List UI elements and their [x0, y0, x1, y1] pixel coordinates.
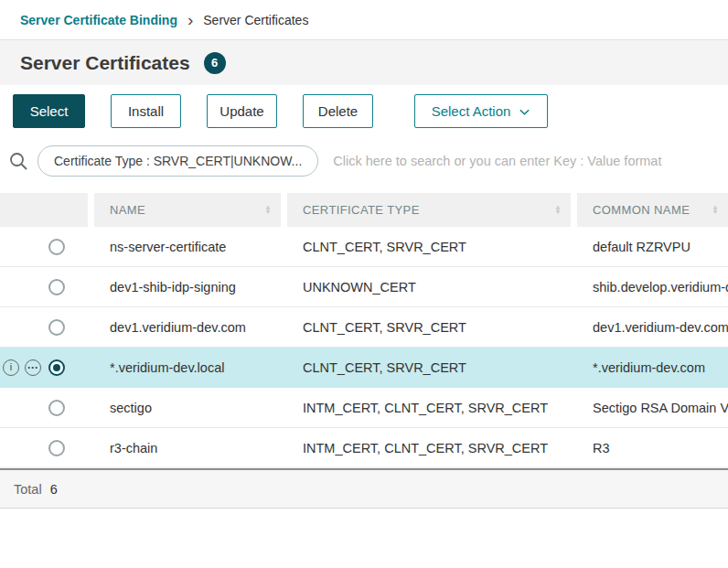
- table-row[interactable]: i ··· dev1.veridium-dev.com CLNT_CERT, S…: [0, 307, 728, 348]
- search-bar: Certificate Type : SRVR_CERT|UNKNOW... C…: [0, 136, 728, 186]
- cell-name: ns-server-certificate: [94, 240, 281, 254]
- cell-certificate-type: CLNT_CERT, SRVR_CERT: [287, 320, 571, 335]
- page-title: Server Certificates: [20, 52, 190, 74]
- cell-certificate-type: INTM_CERT, CLNT_CERT, SRVR_CERT: [287, 401, 571, 415]
- table-header: NAME ▲▼ CERTIFICATE TYPE ▲▼ COMMON NAME …: [0, 193, 728, 227]
- row-radio[interactable]: [48, 319, 65, 336]
- sort-icon[interactable]: ▲▼: [712, 206, 719, 214]
- filter-chip-certificate-type[interactable]: Certificate Type : SRVR_CERT|UNKNOW...: [37, 145, 318, 177]
- row-select-cell: i ···: [0, 227, 88, 266]
- cell-name: r3-chain: [94, 441, 281, 455]
- update-button[interactable]: Update: [207, 94, 277, 128]
- table-row[interactable]: i ··· sectigo INTM_CERT, CLNT_CERT, SRVR…: [0, 388, 728, 428]
- row-radio[interactable]: [48, 239, 65, 255]
- header-cell-name[interactable]: NAME ▲▼: [94, 193, 281, 227]
- row-select-cell: i ···: [0, 307, 88, 347]
- cell-common-name: Sectigo RSA Domain Va: [577, 401, 728, 415]
- page-header: Server Certificates 6: [0, 40, 728, 85]
- header-cell-select: [0, 193, 88, 227]
- row-select-cell: i ···: [0, 388, 88, 427]
- header-cell-common-name[interactable]: COMMON NAME ▲▼: [577, 193, 728, 227]
- install-button[interactable]: Install: [111, 94, 181, 128]
- table-body: i ··· ns-server-certificate CLNT_CERT, S…: [0, 227, 728, 468]
- table-row[interactable]: i ··· r3-chain INTM_CERT, CLNT_CERT, SRV…: [0, 428, 728, 468]
- table-footer: Total 6: [0, 468, 728, 509]
- select-button[interactable]: Select: [13, 94, 85, 128]
- toolbar: Select Install Update Delete Select Acti…: [0, 85, 728, 136]
- row-radio[interactable]: [48, 400, 65, 416]
- search-icon[interactable]: [7, 150, 29, 172]
- row-radio[interactable]: [48, 359, 65, 376]
- header-cell-certificate-type[interactable]: CERTIFICATE TYPE ▲▼: [287, 193, 571, 227]
- total-label: Total: [14, 482, 42, 497]
- cell-certificate-type: UNKNOWN_CERT: [287, 280, 571, 295]
- table-row[interactable]: i ··· dev1-shib-idp-signing UNKNOWN_CERT…: [0, 267, 728, 307]
- cell-name: dev1-shib-idp-signing: [94, 280, 281, 295]
- cell-name: sectigo: [94, 401, 281, 415]
- row-hover-icons: i ···: [3, 359, 41, 376]
- select-action-dropdown[interactable]: Select Action: [414, 94, 548, 128]
- sort-icon[interactable]: ▲▼: [264, 206, 272, 214]
- cell-common-name: R3: [577, 441, 728, 455]
- row-select-cell: i ···: [0, 428, 88, 467]
- cell-common-name: dev1.veridium-dev.com: [577, 320, 728, 335]
- sort-icon[interactable]: ▲▼: [554, 206, 562, 214]
- breadcrumb-parent-link[interactable]: Server Certificate Binding: [20, 13, 177, 27]
- cell-common-name: *.veridium-dev.com: [577, 360, 728, 375]
- cell-common-name: shib.develop.veridium-d: [577, 280, 728, 295]
- cell-certificate-type: CLNT_CERT, SRVR_CERT: [287, 240, 571, 254]
- table-row[interactable]: i ··· *.veridium-dev.local CLNT_CERT, SR…: [0, 348, 728, 388]
- cell-name: *.veridium-dev.local: [94, 360, 281, 375]
- delete-button[interactable]: Delete: [303, 94, 373, 128]
- row-radio[interactable]: [48, 440, 65, 456]
- select-action-label: Select Action: [432, 103, 511, 119]
- ellipsis-icon[interactable]: ···: [25, 359, 41, 376]
- total-value: 6: [50, 482, 58, 497]
- breadcrumb-current: Server Certificates: [203, 13, 308, 27]
- breadcrumb-separator-icon: ›: [187, 11, 193, 28]
- table-row[interactable]: i ··· ns-server-certificate CLNT_CERT, S…: [0, 227, 728, 267]
- cell-certificate-type: INTM_CERT, CLNT_CERT, SRVR_CERT: [287, 441, 571, 455]
- row-select-cell: i ···: [0, 267, 88, 306]
- chevron-down-icon: [519, 105, 530, 117]
- count-badge: 6: [204, 52, 226, 74]
- row-select-cell: i ···: [0, 348, 88, 387]
- breadcrumb: Server Certificate Binding › Server Cert…: [0, 0, 728, 40]
- cell-common-name: default RZRVPU: [577, 240, 728, 254]
- search-input[interactable]: Click here to search or you can enter Ke…: [333, 154, 661, 168]
- row-radio[interactable]: [48, 279, 65, 295]
- cell-certificate-type: CLNT_CERT, SRVR_CERT: [287, 360, 571, 375]
- info-icon[interactable]: i: [3, 359, 19, 376]
- cell-name: dev1.veridium-dev.com: [94, 320, 281, 335]
